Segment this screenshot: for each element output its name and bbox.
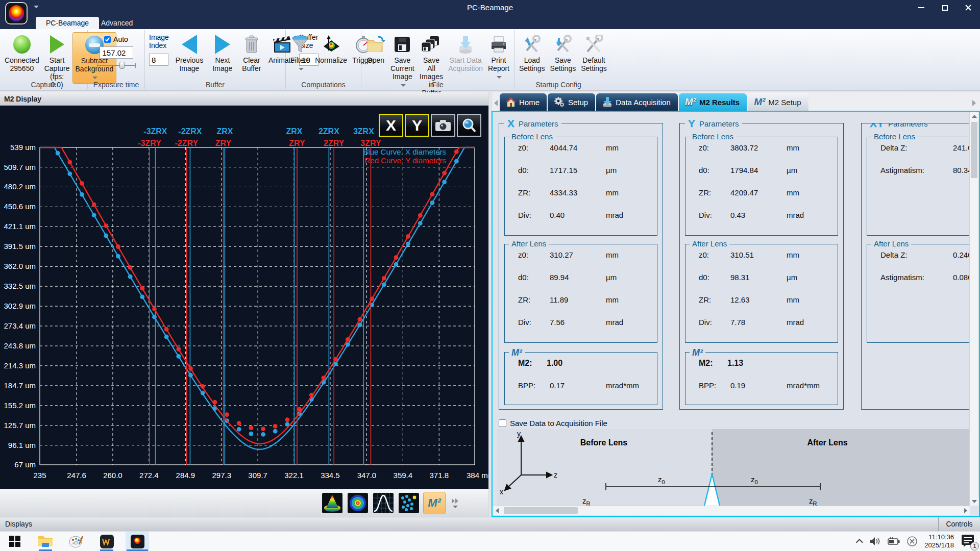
param-cell: 0.080: [953, 273, 970, 289]
notification-center-button[interactable]: 1: [961, 534, 976, 549]
svg-text:302.9 um: 302.9 um: [4, 302, 36, 310]
home-icon: [506, 97, 516, 107]
app-logo-icon[interactable]: [5, 2, 28, 24]
zoom-button[interactable]: [457, 114, 481, 137]
param-cell: mm: [606, 251, 657, 267]
svg-text:284.9: 284.9: [176, 471, 195, 480]
svg-text:347.0: 347.0: [357, 471, 377, 480]
ribbon-tab-advanced[interactable]: Advanced: [91, 17, 143, 29]
tray-expand-icon[interactable]: [856, 539, 863, 546]
view-profile-button[interactable]: [372, 492, 395, 514]
maximize-button[interactable]: [933, 0, 957, 15]
tabs-scroll-left-button[interactable]: [492, 95, 500, 111]
view-m2-button[interactable]: M²: [423, 492, 446, 514]
tab-m2-results[interactable]: M² M2 Results: [679, 93, 747, 111]
view-3d-button[interactable]: [321, 492, 344, 514]
image-index-input[interactable]: [149, 54, 168, 66]
y-glyph-icon: Y: [688, 117, 695, 130]
tab-data-acquisition[interactable]: Data Acquisition: [596, 93, 678, 111]
scroll-left-button[interactable]: [493, 506, 502, 515]
tab-home[interactable]: Home: [500, 93, 547, 111]
x-parameters-panel: XParameters Before Lens z0:4044.74mmd0:1…: [499, 123, 663, 410]
m2-tab-icon: M²: [685, 96, 696, 108]
volume-icon[interactable]: [870, 537, 881, 546]
wps-icon: [100, 535, 114, 548]
magnifier-icon: [461, 118, 477, 133]
param-cell: d0:: [518, 166, 550, 182]
load-settings-button[interactable]: Load Settings: [517, 32, 548, 74]
vertical-scroll-thumb[interactable]: [971, 122, 977, 178]
slider-thumb[interactable]: [119, 62, 125, 69]
disconnect-status-icon[interactable]: [906, 536, 918, 547]
auto-exposure-checkbox[interactable]: [104, 36, 111, 43]
param-cell: ZR:: [699, 295, 730, 312]
scroll-right-button[interactable]: [961, 506, 970, 515]
m2-display-title: M2 Display: [0, 92, 488, 106]
previous-image-button[interactable]: Previous Image: [171, 32, 208, 74]
results-tabbar: Home Setup Data Acquisition M² M2 Result…: [492, 92, 980, 111]
param-cell: mm: [787, 188, 838, 205]
battery-icon[interactable]: [888, 537, 900, 545]
toolbar-overflow-button[interactable]: [449, 493, 462, 513]
save-all-images-button[interactable]: Save All Images in Buffer: [417, 32, 446, 99]
tabs-scroll-right-button[interactable]: [970, 95, 978, 111]
ribbon-tab-pc-beamage[interactable]: PC-Beamage: [36, 17, 99, 29]
print-report-button[interactable]: Print Report: [485, 32, 512, 83]
svg-text:184.7 um: 184.7 um: [4, 381, 36, 390]
tab-setup[interactable]: Setup: [548, 93, 595, 111]
tab-m2-setup[interactable]: M² M2 Setup: [748, 93, 808, 111]
taskbar-paint[interactable]: [64, 532, 88, 551]
default-settings-button[interactable]: Default Settings: [578, 32, 609, 74]
connected-button[interactable]: Connected295650: [2, 32, 42, 74]
toggle-y-curve-button[interactable]: Y: [405, 114, 429, 137]
minimize-button[interactable]: [910, 0, 933, 15]
xy-glyph-icon: XY: [870, 123, 884, 130]
param-cell: M2:: [518, 359, 547, 375]
save-data-checkbox[interactable]: [499, 419, 506, 427]
vertical-scrollbar[interactable]: [969, 112, 978, 506]
m2-view-icon: M²: [428, 496, 441, 510]
open-folder-icon: [366, 34, 385, 55]
open-button[interactable]: Open: [363, 32, 388, 66]
scroll-up-button[interactable]: [970, 112, 978, 120]
svg-text:362.0 um: 362.0 um: [4, 262, 36, 270]
beam-rings-icon: [348, 493, 368, 513]
taskbar-wps[interactable]: [95, 532, 118, 551]
param-cell: 3803.72: [730, 143, 787, 160]
save-settings-button[interactable]: Save Settings: [548, 32, 579, 74]
arrow-right-icon: [215, 35, 230, 54]
exposure-input[interactable]: [100, 46, 133, 59]
svg-text:ZRY: ZRY: [289, 139, 305, 147]
exposure-slider[interactable]: [97, 62, 136, 69]
funnel-icon: [291, 34, 309, 55]
param-row: Div:0.43mrad: [685, 205, 838, 227]
taskbar-pc-beamage[interactable]: [126, 532, 149, 551]
gear-icon: [554, 97, 565, 107]
close-button[interactable]: [957, 0, 980, 15]
taskbar-file-explorer[interactable]: [34, 532, 57, 551]
param-cell: 0.40: [550, 211, 606, 227]
view-pointing-button[interactable]: [398, 492, 420, 514]
group-capture: Connected295650 Start Capture(fps: 0.0) …: [0, 30, 88, 89]
normalize-button[interactable]: Normalize: [312, 32, 350, 66]
clear-buffer-button[interactable]: Clear Buffer: [237, 32, 266, 74]
status-controls[interactable]: Controls: [938, 517, 980, 532]
pc-beamage-icon: [131, 535, 144, 548]
group-label-buffer: Buffer: [145, 81, 285, 89]
taskbar-clock[interactable]: 11:10:36 2025/1/18: [924, 533, 954, 549]
xy-parameters-panel: XYParameters Before Lens Delta Z:241.021…: [861, 123, 970, 410]
panel-title: Parameters: [888, 123, 928, 128]
horizontal-scroll-thumb[interactable]: [504, 507, 578, 514]
start-button[interactable]: [3, 532, 27, 551]
next-image-button[interactable]: Next Image: [208, 32, 237, 74]
start-data-acquisition-button[interactable]: Start Data Acquisition: [446, 32, 485, 74]
view-2d-button[interactable]: [347, 492, 369, 514]
toggle-x-curve-button[interactable]: X: [379, 114, 403, 137]
scroll-down-button[interactable]: [970, 497, 978, 506]
filters-button[interactable]: Filters: [288, 32, 312, 74]
svg-text:273.4 um: 273.4 um: [4, 321, 36, 330]
snapshot-button[interactable]: [431, 114, 455, 137]
horizontal-scrollbar[interactable]: [493, 506, 970, 515]
param-cell: mrad: [606, 211, 657, 227]
group-exposure: Auto Exposure time: [88, 30, 145, 89]
